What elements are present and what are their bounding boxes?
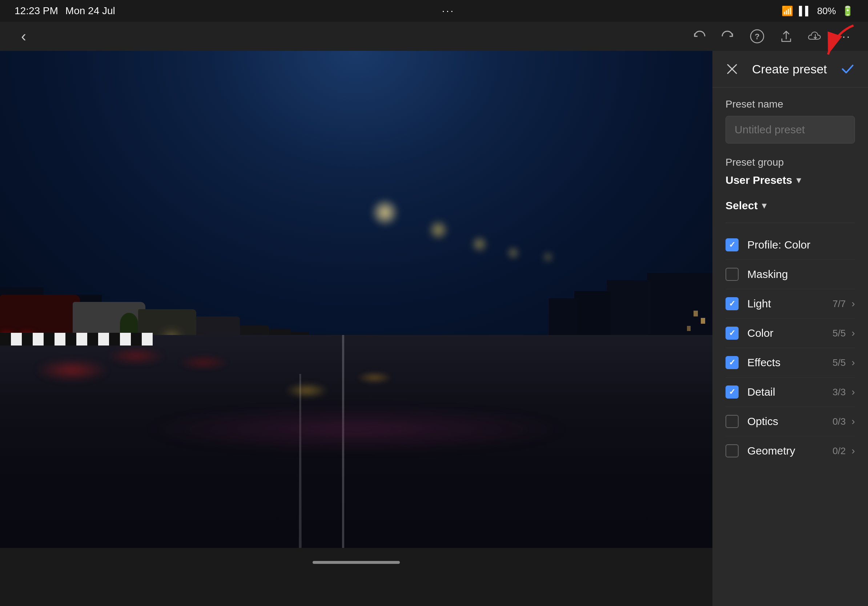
item-count-detail: 3/3	[833, 386, 846, 398]
help-button[interactable]: ?	[748, 27, 766, 45]
wifi-icon: 📶	[781, 5, 793, 17]
panel-content: Preset name Preset group User Presets ▾ …	[712, 88, 868, 476]
item-chevron-detail: ›	[852, 386, 855, 398]
battery-percent: 80%	[817, 5, 836, 17]
signal-icon: ▌▌	[799, 6, 811, 16]
redo-button[interactable]	[719, 27, 737, 45]
preset-name-input[interactable]	[725, 116, 855, 144]
preset-name-label: Preset name	[725, 99, 855, 110]
select-label: Select	[725, 199, 758, 212]
checkbox-light[interactable]	[725, 297, 739, 310]
checkbox-item-effects[interactable]: Effects5/5›	[725, 348, 855, 377]
checkbox-profile-color[interactable]	[725, 238, 739, 251]
status-time: 12:23 PM	[14, 5, 58, 17]
checkbox-detail[interactable]	[725, 385, 739, 399]
preset-group-value: User Presets	[725, 174, 792, 186]
svg-text:?: ?	[755, 32, 760, 41]
undo-button[interactable]	[690, 27, 708, 45]
status-left: 12:23 PM Mon 24 Jul	[14, 5, 115, 17]
toolbar: ‹ ?	[0, 22, 868, 51]
item-label-detail: Detail	[747, 386, 833, 398]
preset-name-section: Preset name	[725, 99, 855, 156]
status-bar: 12:23 PM Mon 24 Jul ··· 📶 ▌▌ 80% 🔋	[0, 0, 868, 22]
item-label-optics: Optics	[747, 415, 833, 428]
item-chevron-light: ›	[852, 298, 855, 309]
toolbar-left: ‹	[14, 27, 33, 45]
checkbox-item-color[interactable]: Color5/5›	[725, 318, 855, 348]
cloud-button[interactable]	[806, 27, 825, 45]
battery-icon: 🔋	[842, 5, 854, 17]
item-label-light: Light	[747, 298, 833, 310]
panel-close-button[interactable]	[725, 62, 739, 76]
preset-group-section: Preset group User Presets ▾	[725, 156, 855, 186]
checkbox-item-detail[interactable]: Detail3/3›	[725, 377, 855, 407]
select-chevron-icon: ▾	[762, 201, 766, 211]
item-chevron-effects: ›	[852, 357, 855, 368]
item-label-effects: Effects	[747, 356, 833, 369]
checkbox-item-geometry[interactable]: Geometry0/2›	[725, 436, 855, 465]
photo-background	[0, 51, 712, 577]
road	[0, 335, 712, 577]
item-count-effects: 5/5	[833, 357, 846, 368]
select-dropdown[interactable]: Select ▾	[725, 199, 766, 212]
photo-area	[0, 51, 712, 577]
item-label-masking: Masking	[747, 268, 855, 280]
preset-group-dropdown[interactable]: User Presets ▾	[725, 174, 801, 186]
right-panel: Create preset Preset name Preset group U…	[712, 51, 868, 606]
item-chevron-optics: ›	[852, 416, 855, 427]
status-date: Mon 24 Jul	[65, 5, 115, 17]
checkbox-item-profile-color[interactable]: Profile: Color	[725, 230, 855, 260]
item-count-geometry: 0/2	[833, 445, 846, 457]
back-button[interactable]: ‹	[14, 27, 33, 45]
home-indicator[interactable]	[313, 561, 400, 564]
checkbox-geometry[interactable]	[725, 444, 739, 458]
divider	[725, 223, 855, 223]
item-chevron-geometry: ›	[852, 445, 855, 457]
toolbar-right: ? ···	[690, 27, 854, 45]
item-count-light: 7/7	[833, 298, 846, 309]
status-right: 📶 ▌▌ 80% 🔋	[781, 5, 854, 17]
checkbox-effects[interactable]	[725, 356, 739, 369]
select-section: Select ▾	[725, 199, 855, 212]
item-chevron-color: ›	[852, 327, 855, 339]
checkbox-item-optics[interactable]: Optics0/3›	[725, 407, 855, 436]
item-count-optics: 0/3	[833, 416, 846, 427]
item-label-profile-color: Profile: Color	[747, 239, 855, 251]
item-label-geometry: Geometry	[747, 445, 833, 457]
checkbox-item-light[interactable]: Light7/7›	[725, 289, 855, 318]
more-button[interactable]: ···	[835, 27, 854, 45]
item-label-color: Color	[747, 327, 833, 339]
checkbox-color[interactable]	[725, 327, 739, 340]
bottom-bar	[0, 548, 712, 577]
checkbox-list: Profile: ColorMaskingLight7/7›Color5/5›E…	[725, 230, 855, 465]
chevron-down-icon: ▾	[797, 175, 801, 185]
checkbox-item-masking[interactable]: Masking	[725, 260, 855, 289]
checkbox-optics[interactable]	[725, 415, 739, 428]
share-button[interactable]	[777, 27, 795, 45]
panel-title: Create preset	[752, 62, 827, 76]
panel-confirm-button[interactable]	[840, 62, 855, 76]
preset-group-label: Preset group	[725, 156, 855, 168]
status-center-dots: ···	[442, 5, 455, 17]
item-count-color: 5/5	[833, 328, 846, 339]
checkbox-masking[interactable]	[725, 268, 739, 281]
panel-header: Create preset	[712, 51, 868, 88]
